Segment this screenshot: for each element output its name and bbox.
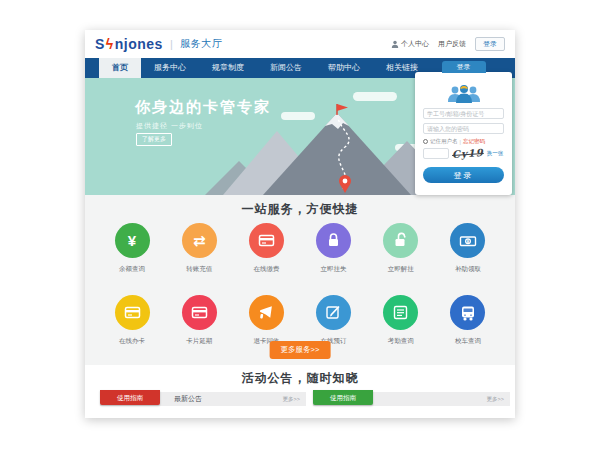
bus-icon	[459, 304, 477, 322]
service-label: 卡片延期	[186, 337, 212, 346]
bank-card-icon	[258, 232, 275, 249]
service-item-school-bus[interactable]: 校车查询	[445, 295, 491, 346]
login-submit-button[interactable]: 登录	[423, 167, 504, 183]
service-label: 转账充值	[186, 265, 212, 274]
list-icon	[392, 304, 409, 321]
captcha-input[interactable]	[423, 148, 449, 159]
service-item-online-booking[interactable]: 在线预订	[311, 295, 357, 346]
nav-item-service-center[interactable]: 服务中心	[141, 58, 199, 78]
logo-divider: |	[170, 38, 173, 50]
screenshot-canvas: Sϟnjones | 服务大厅 个人中心 用户反馈 登录 首页 服务中心 规章制…	[0, 0, 600, 450]
remember-row: 记住用户名 | 忘记密码	[423, 138, 508, 145]
svg-text:¥: ¥	[467, 238, 470, 244]
service-circle[interactable]	[316, 223, 351, 258]
remember-label: 记住用户名	[430, 138, 458, 145]
service-label: 余额查询	[119, 265, 145, 274]
hero-cta-button[interactable]: 了解更多	[136, 133, 172, 146]
bank-card-icon	[191, 304, 208, 321]
captcha-refresh-link[interactable]: 换一张	[487, 150, 504, 157]
user-feedback-link[interactable]: 用户反馈	[438, 39, 466, 49]
service-label: 校车查询	[455, 337, 481, 346]
site-header: Sϟnjones | 服务大厅 个人中心 用户反馈 登录	[85, 30, 515, 58]
guide-panel-left: 使用指南 最新公告 更多>>	[100, 392, 306, 406]
service-item-attendance[interactable]: 考勤查询	[378, 295, 424, 346]
service-circle[interactable]	[450, 295, 485, 330]
nav-item-rules[interactable]: 规章制度	[199, 58, 257, 78]
login-panel: 登录 记住用户名 | 忘记密码 Cy19 换一张 登录	[415, 72, 512, 195]
service-circle[interactable]	[316, 295, 351, 330]
service-label: 立即解挂	[388, 265, 414, 274]
remember-checkbox[interactable]	[423, 139, 428, 144]
user-center-link[interactable]: 个人中心	[391, 39, 429, 49]
nav-item-news[interactable]: 新闻公告	[257, 58, 315, 78]
service-circle[interactable]	[383, 295, 418, 330]
logo-text-prefix: S	[95, 36, 105, 52]
captcha-row: Cy19 换一张	[423, 148, 508, 159]
services-title: 一站服务，方便快捷	[85, 201, 515, 218]
topbar-login-button[interactable]: 登录	[475, 37, 505, 51]
password-input[interactable]	[423, 123, 504, 134]
forgot-password-link[interactable]: 忘记密码	[463, 138, 485, 145]
announcements-section: 活动公告，随时知晓 使用指南 最新公告 更多>> 使用指南 更多>>	[85, 365, 515, 418]
users-group-icon	[444, 84, 484, 104]
more-link[interactable]: 更多>>	[283, 396, 300, 403]
portal-page: Sϟnjones | 服务大厅 个人中心 用户反馈 登录 首页 服务中心 规章制…	[85, 30, 515, 418]
services-row-1: ¥ 余额查询 ⇄ 转账充值 在线缴费 立即挂失	[109, 223, 491, 274]
service-circle[interactable]	[249, 223, 284, 258]
service-item-transfer[interactable]: ⇄ 转账充值	[176, 223, 222, 274]
user-center-label: 个人中心	[401, 39, 429, 49]
site-title: 服务大厅	[180, 37, 222, 51]
services-section: 一站服务，方便快捷 ¥ 余额查询 ⇄ 转账充值 在线缴费	[85, 195, 515, 365]
services-row-2: 在线办卡 卡片延期 退卡回收	[109, 295, 491, 346]
latest-announcements-tab[interactable]: 最新公告	[174, 394, 202, 404]
edit-icon	[325, 304, 342, 321]
hero-subtitle: 提供捷径 一步到位	[136, 121, 203, 131]
megaphone-icon	[257, 304, 275, 322]
service-circle[interactable]: ¥	[115, 223, 150, 258]
service-circle[interactable]: ¥	[450, 223, 485, 258]
service-circle[interactable]	[115, 295, 150, 330]
service-item-report-loss[interactable]: 立即挂失	[311, 223, 357, 274]
announcements-title: 活动公告，随时知晓	[85, 370, 515, 387]
lock-icon	[325, 232, 342, 249]
service-item-card-recycle[interactable]: 退卡回收	[243, 295, 289, 346]
hero-title: 你身边的卡管专家	[135, 98, 271, 117]
topbar-links: 个人中心 用户反馈 登录	[391, 37, 505, 51]
logo-bolt-icon: ϟ	[106, 36, 114, 52]
yuan-icon: ¥	[128, 233, 136, 248]
service-circle[interactable]: ⇄	[182, 223, 217, 258]
login-tab[interactable]: 登录	[442, 61, 486, 73]
service-label: 在线缴费	[253, 265, 279, 274]
person-icon	[391, 40, 399, 48]
usage-guide-ribbon[interactable]: 使用指南	[100, 390, 160, 405]
banknote-icon: ¥	[459, 232, 477, 250]
service-item-unfreeze[interactable]: 立即解挂	[378, 223, 424, 274]
service-item-subsidy[interactable]: ¥ 补助领取	[445, 223, 491, 274]
captcha-image[interactable]: Cy19	[452, 147, 484, 160]
more-link[interactable]: 更多>>	[487, 396, 504, 403]
service-item-payment[interactable]: 在线缴费	[243, 223, 289, 274]
unlock-icon	[392, 232, 409, 249]
usage-guide-ribbon[interactable]: 使用指南	[313, 390, 373, 405]
remember-divider: |	[460, 139, 461, 145]
service-item-card-extension[interactable]: 卡片延期	[176, 295, 222, 346]
username-input[interactable]	[423, 108, 504, 119]
transfer-arrows-icon: ⇄	[193, 233, 206, 248]
service-circle[interactable]	[182, 295, 217, 330]
nav-item-help[interactable]: 帮助中心	[315, 58, 373, 78]
brand-logo[interactable]: Sϟnjones | 服务大厅	[95, 36, 222, 52]
service-item-balance[interactable]: ¥ 余额查询	[109, 223, 155, 274]
service-label: 立即挂失	[321, 265, 347, 274]
cloud-shape	[353, 92, 397, 101]
bank-card-icon	[124, 304, 141, 321]
logo-text-suffix: njones	[115, 36, 163, 52]
service-circle[interactable]	[249, 295, 284, 330]
service-item-apply-card[interactable]: 在线办卡	[109, 295, 155, 346]
guide-panel-right: 使用指南 更多>>	[313, 392, 510, 406]
service-label: 补助领取	[455, 265, 481, 274]
nav-item-home[interactable]: 首页	[99, 58, 141, 78]
service-circle[interactable]	[383, 223, 418, 258]
service-label: 考勤查询	[388, 337, 414, 346]
more-services-button[interactable]: 更多服务>>	[270, 341, 331, 359]
service-label: 在线办卡	[119, 337, 145, 346]
